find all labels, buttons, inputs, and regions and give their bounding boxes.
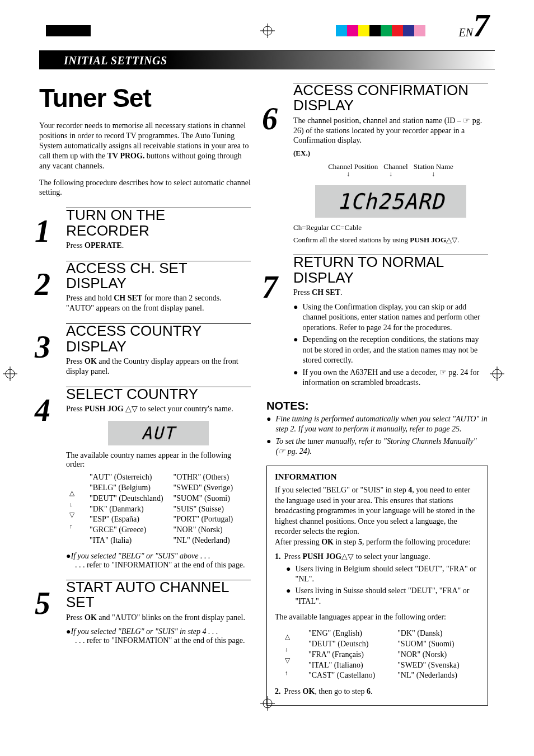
info-step-2: 2. Press OK, then go to step 6.	[275, 687, 480, 697]
down-arrow-icons: ↓↓↓	[293, 170, 488, 179]
step-body: Press and hold CH SET for more than 2 se…	[66, 293, 251, 313]
notes-heading: NOTES:	[266, 400, 488, 412]
country-order: The available country names appear in th…	[66, 451, 251, 570]
step-5: 5 START AUTO CHANNEL SET Press OK and "A…	[39, 580, 251, 645]
step-title: SELECT COUNTRY	[66, 387, 251, 402]
lcd-caption: Ch=Regular CC=Cable	[293, 223, 488, 232]
section-header-bar: INITIAL SETTINGS	[39, 50, 495, 69]
lcd-display: AUT	[108, 421, 209, 445]
step-4-note: ●If you selected "BELG" or "SUIS" above …	[66, 552, 251, 570]
step-title: ACCESS COUNTRY DISPLAY	[66, 323, 251, 354]
step-2: 2 ACCESS CH. SET DISPLAY Press and hold …	[39, 261, 251, 313]
step-title: ACCESS CONFIRMATION DISPLAY	[293, 83, 488, 114]
step-number: 2	[35, 269, 50, 300]
country-col-2: "OTHR" (Others) "SWED" (Sverige) "SUOM" …	[174, 472, 233, 546]
step-body: Press OK and the Country display appears…	[66, 356, 251, 377]
step-3: 3 ACCESS COUNTRY DISPLAY Press OK and th…	[39, 323, 251, 376]
jog-arrows-icon: △↓ ▽↑	[285, 628, 290, 681]
information-box: INFORMATION If you selected "BELG" or "S…	[266, 466, 488, 705]
content-columns: Tuner Set Your recorder needs to memoris…	[39, 75, 495, 706]
step-number: 5	[35, 588, 50, 619]
step-1: 1 TURN ON THE RECORDER Press OPERATE.	[39, 208, 251, 251]
step-body: Press OK and "AUTO" blinks on the front …	[66, 613, 251, 623]
step-5-note: ●If you selected "BELG" or "SUIS" in ste…	[66, 627, 251, 645]
page-title: Tuner Set	[39, 83, 251, 113]
step-title: RETURN TO NORMAL DISPLAY	[293, 255, 488, 285]
svg-point-0	[263, 26, 272, 35]
information-heading: INFORMATION	[275, 472, 480, 483]
info-step-1: 1. Press PUSH JOG△▽ to select your langu…	[275, 552, 480, 607]
step-title: START AUTO CHANNEL SET	[66, 580, 251, 611]
left-column: Tuner Set Your recorder needs to memoris…	[39, 75, 251, 706]
step-7-bullets: ●Using the Confirmation display, you can…	[293, 302, 488, 388]
jog-arrows-icon: △↓ ▽↑	[69, 472, 74, 546]
page-number: 7	[473, 7, 489, 44]
info-para-1: If you selected "BELG" or "SUIS" in step…	[275, 485, 480, 537]
page: INITIAL SETTINGS EN7 Tuner Set Your reco…	[39, 17, 495, 739]
page-number-block: EN7	[458, 7, 489, 44]
language-col-2: "DK" (Dansk) "SUOM" (Suomi) "NOR" (Norsk…	[397, 628, 460, 681]
step-4: 4 SELECT COUNTRY Press PUSH JOG △▽ to se…	[39, 387, 251, 570]
lcd-display: 1Ch25ARD	[315, 185, 466, 218]
step-7: 7 RETURN TO NORMAL DISPLAY Press CH SET.…	[266, 255, 488, 388]
country-col-1: "AUT" (Österreich) "BELG" (Belgium) "DEU…	[90, 472, 163, 546]
intro-paragraph-2: The following procedure describes how to…	[39, 178, 251, 198]
lcd-text: AUT	[142, 423, 175, 443]
step-title: ACCESS CH. SET DISPLAY	[66, 261, 251, 292]
step-body: Press CH SET.	[293, 288, 488, 298]
color-bars-left	[46, 25, 91, 36]
notes-list: ●Fine tuning is performed automatically …	[266, 414, 488, 457]
lcd-text: 1Ch25ARD	[337, 189, 444, 214]
info-para-2: After pressing OK in step 5, perform the…	[275, 537, 480, 547]
step-title: TURN ON THE RECORDER	[66, 208, 251, 238]
language-order-intro: The available languages appear in the fo…	[275, 612, 480, 622]
step-body: Press OPERATE.	[66, 241, 251, 251]
step-number: 7	[262, 271, 278, 303]
svg-point-6	[6, 369, 15, 378]
step-number: 4	[35, 395, 50, 426]
section-title: INITIAL SETTINGS	[39, 51, 495, 69]
intro-paragraph-1: Your recorder needs to memorise all nece…	[39, 121, 251, 171]
step-number: 6	[262, 103, 278, 134]
step-6: 6 ACCESS CONFIRMATION DISPLAY The channe…	[266, 83, 488, 245]
step-number: 1	[35, 215, 50, 247]
step-number: 3	[35, 331, 50, 363]
lcd-caption-2: Confirm all the stored stations by using…	[293, 236, 488, 245]
info-sub-bullets: ●Users living in Belgium should select "…	[286, 564, 480, 607]
language-col-1: "ENG" (English) "DEUT" (Deutsch) "FRA" (…	[308, 628, 375, 681]
step-body: Press PUSH JOG △▽ to select your country…	[66, 404, 251, 414]
right-column: 6 ACCESS CONFIRMATION DISPLAY The channe…	[266, 75, 488, 706]
country-grid: △↓ ▽↑ "AUT" (Österreich) "BELG" (Belgium…	[90, 472, 251, 546]
step-body: The channel position, channel and statio…	[293, 116, 488, 146]
language-grid: △↓ ▽↑ "ENG" (English) "DEUT" (Deutsch) "…	[308, 628, 480, 681]
registration-target-icon	[3, 367, 17, 381]
registration-target-icon	[260, 24, 275, 38]
lang-code: EN	[458, 26, 473, 39]
color-bars-right	[336, 25, 425, 36]
